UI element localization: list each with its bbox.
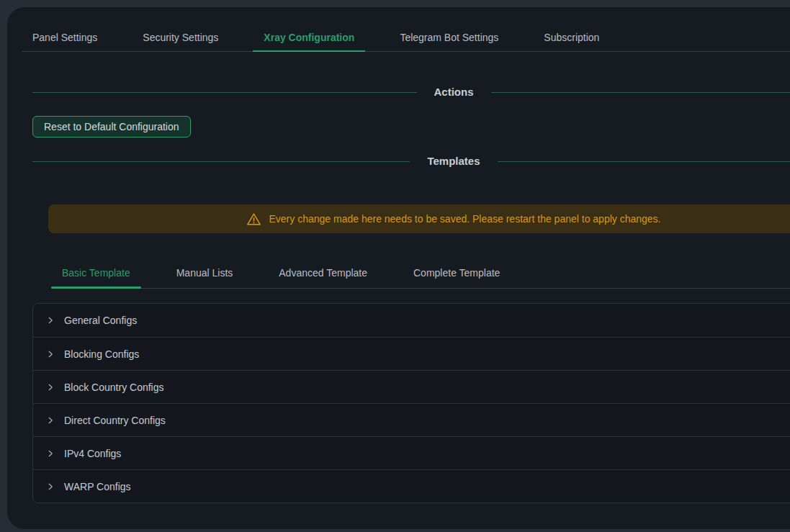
restart-warning-alert: Every change made here needs to be saved… [48,204,790,233]
accordion-item-block-country-configs[interactable]: Block Country Configs [33,370,790,403]
tab-panel-settings[interactable]: Panel Settings [22,26,108,51]
accordion-item-label: Direct Country Configs [64,415,166,426]
tab-telegram-bot-settings[interactable]: Telegram Bot Settings [389,26,509,51]
divider-line [491,92,790,93]
accordion-item-label: WARP Configs [64,481,131,492]
chevron-right-icon [46,316,55,325]
tab-complete-template[interactable]: Complete Template [403,261,511,288]
template-tab-bar: Basic Template Manual Lists Advanced Tem… [51,261,790,289]
divider-line [498,161,790,162]
accordion-item-direct-country-configs[interactable]: Direct Country Configs [33,403,790,436]
actions-button-row: Reset to Default Configuration [32,116,790,137]
tab-basic-template[interactable]: Basic Template [51,261,141,288]
divider-line [32,161,410,162]
tab-subscription[interactable]: Subscription [533,26,610,51]
accordion-item-blocking-configs[interactable]: Blocking Configs [33,337,790,370]
actions-divider: Actions [32,85,790,99]
configs-accordion: General Configs Blocking Configs Block C… [32,303,790,503]
accordion-item-ipv4-configs[interactable]: IPv4 Configs [33,436,790,469]
chevron-right-icon [46,416,55,425]
page-background: { "top_tabs": { "items": [ { "label": "P… [0,0,790,532]
accordion-item-label: IPv4 Configs [64,448,121,459]
warning-triangle-icon [246,212,261,227]
tab-xray-configuration[interactable]: Xray Configuration [253,26,365,51]
tab-manual-lists[interactable]: Manual Lists [166,261,244,288]
accordion-item-general-configs[interactable]: General Configs [33,304,790,337]
reset-to-default-button[interactable]: Reset to Default Configuration [32,116,191,137]
templates-section-title: Templates [410,154,497,168]
accordion-item-label: Block Country Configs [64,382,164,393]
settings-card: Panel Settings Security Settings Xray Co… [7,7,790,529]
divider-line [32,92,417,93]
accordion-item-label: Blocking Configs [64,348,139,360]
accordion-item-warp-configs[interactable]: WARP Configs [33,469,790,502]
tab-advanced-template[interactable]: Advanced Template [268,261,378,288]
chevron-right-icon [46,383,55,392]
chevron-right-icon [46,350,55,359]
chevron-right-icon [46,482,55,491]
settings-tab-bar: Panel Settings Security Settings Xray Co… [22,26,790,52]
tab-security-settings[interactable]: Security Settings [132,26,229,51]
templates-divider: Templates [32,154,790,168]
actions-section-title: Actions [417,85,491,99]
warning-message: Every change made here needs to be saved… [269,213,660,225]
chevron-right-icon [46,449,55,458]
settings-content: Panel Settings Security Settings Xray Co… [32,26,790,503]
accordion-item-label: General Configs [64,315,137,326]
